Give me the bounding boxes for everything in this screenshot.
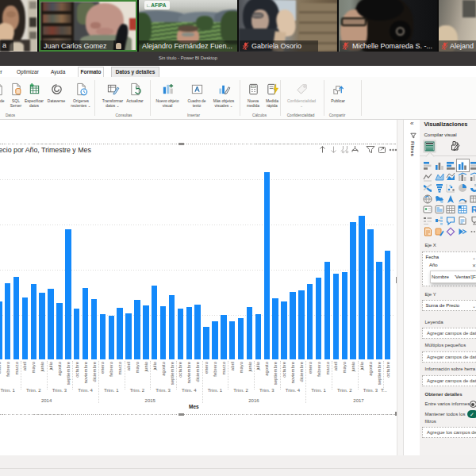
svg-text:R: R <box>471 205 476 214</box>
